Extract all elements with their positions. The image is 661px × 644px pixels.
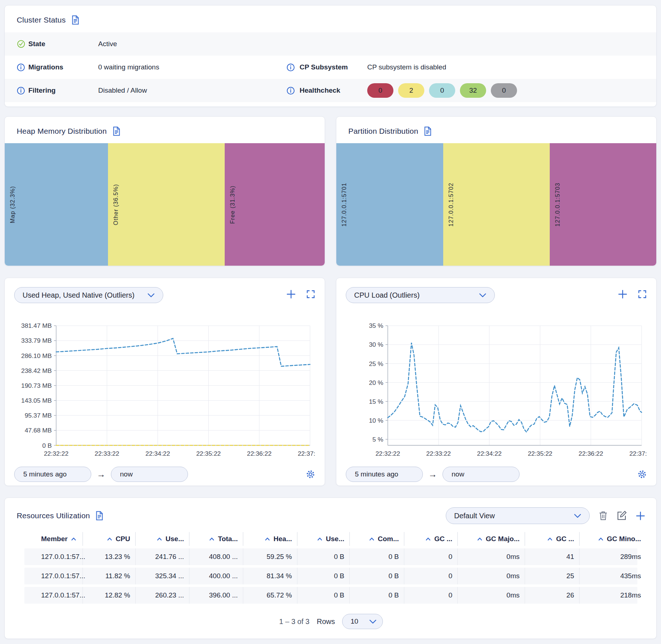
status-value: 020320 [367,83,656,98]
gear-icon[interactable] [306,470,315,479]
status-value: Disabled / Allow [98,86,287,94]
column-header-label: Use... [326,535,344,543]
add-chart-icon[interactable] [618,289,628,299]
rows-per-page-label: Rows [317,617,335,626]
cluster-status-header: Cluster Status [5,5,656,32]
column-header-2[interactable]: Use... [136,532,189,546]
chevron-down-icon [147,293,155,298]
cpu-load-chart[interactable]: 35 %30 %25 %20 %15 %10 %5 %22:32:2222:33… [346,322,647,460]
used-heap-chart[interactable]: 381.47 MB333.79 MB286.10 MB238.42 MB190.… [14,322,315,460]
value-cell: 0 [404,587,458,604]
value-cell: 81.34 % [243,568,297,584]
fullscreen-icon[interactable] [306,290,315,299]
column-header-3[interactable]: Tota... [189,532,243,546]
column-header-label: Com... [378,535,399,543]
distribution-segment[interactable]: 127.0.0.1:5703 [550,143,656,266]
svg-text:22:36:22: 22:36:22 [247,450,272,457]
distribution-segment[interactable]: Map (32.3%) [5,143,108,266]
document-icon[interactable] [424,126,432,136]
heap-memory-distribution-panel: Heap Memory Distribution Map (32.3%)Othe… [4,116,325,266]
column-header-9[interactable]: GC ... [525,532,580,546]
pagination-range: 1 – 3 of 3 [279,617,309,626]
view-selector-dropdown[interactable]: Default View [446,507,590,524]
svg-text:25 %: 25 % [369,360,384,367]
status-label: Filtering [28,86,98,94]
column-header-member[interactable]: Member [24,532,83,546]
table-row[interactable]: 127.0.0.1:57...13.23 %241.76 ...408.00 .… [24,548,637,565]
svg-text:286.10 MB: 286.10 MB [21,352,52,359]
metric-selector-dropdown[interactable]: Used Heap, Used Native (Outliers) [14,287,163,303]
value-cell: 0ms [458,568,525,584]
value-cell: 0 [404,548,458,565]
distribution-segment[interactable]: Other (36.5%) [108,143,225,266]
heap-distribution-title: Heap Memory Distribution [17,127,107,136]
svg-text:22:32:22: 22:32:22 [376,450,400,457]
column-header-4[interactable]: Hea... [243,532,297,546]
delete-view-icon[interactable] [598,511,608,521]
fullscreen-icon[interactable] [638,290,647,299]
table-row[interactable]: 127.0.0.1:57...11.82 %325.34 ...400.00 .… [24,568,637,584]
segment-label: 127.0.0.1:5703 [554,182,561,226]
document-icon[interactable] [95,511,104,520]
metric-selector-label: Used Heap, Used Native (Outliers) [23,291,135,299]
distribution-row: Heap Memory Distribution Map (32.3%)Othe… [4,116,657,266]
member-cell: 127.0.0.1:57... [24,568,83,584]
value-cell: 13.23 % [83,548,136,565]
column-header-8[interactable]: GC Majo... [458,532,525,546]
time-to-input[interactable]: now [442,467,520,482]
heap-distribution-header: Heap Memory Distribution [5,117,325,143]
gear-icon[interactable] [637,470,647,479]
status-label: Healthcheck [300,86,367,94]
add-chart-icon[interactable] [286,289,296,299]
value-cell: 0 [404,568,458,584]
column-header-1[interactable]: CPU [83,532,136,546]
status-value: Active [98,40,287,48]
value-cell: 408.00 ... [189,548,243,565]
arrow-right-icon: → [428,469,437,479]
document-icon[interactable] [112,126,121,136]
distribution-segment[interactable]: Free (31.3%) [225,143,325,266]
svg-text:35 %: 35 % [369,322,384,329]
svg-text:333.79 MB: 333.79 MB [21,337,52,344]
document-icon[interactable] [71,15,80,25]
column-header-label: Hea... [273,535,292,543]
column-header-label: GC ... [556,535,574,543]
column-header-5[interactable]: Use... [297,532,350,546]
add-view-icon[interactable] [636,511,645,521]
chart-toolbar: Used Heap, Used Native (Outliers) [14,287,315,303]
sort-caret-icon [209,537,215,541]
sort-caret-icon [369,537,374,541]
status-label: Migrations [28,63,98,71]
time-from-input[interactable]: 5 minutes ago [346,467,423,482]
metric-selector-label: CPU Load (Outliers) [354,291,420,299]
column-header-7[interactable]: GC ... [404,532,458,546]
resources-title: Resources Utilization [17,511,90,520]
segment-label: 127.0.0.1:5701 [341,182,348,226]
distribution-segment[interactable]: 127.0.0.1:5701 [336,143,443,266]
resources-utilization-panel: Resources Utilization Default View Membe… [4,498,657,639]
edit-view-icon[interactable] [617,511,627,521]
value-cell: 0 B [350,568,404,584]
rows-per-page-dropdown[interactable]: 10 [342,614,383,629]
svg-text:143.05 MB: 143.05 MB [21,397,52,404]
value-cell: 0ms [458,548,525,565]
value-cell: 0 B [297,548,350,565]
segment-label: Map (32.3%) [9,186,16,223]
time-to-input[interactable]: now [111,467,188,482]
table-row[interactable]: 127.0.0.1:57...12.82 %260.23 ...396.00 .… [24,587,637,604]
column-header-6[interactable]: Com... [350,532,404,546]
value-cell: 12.82 % [83,587,136,604]
svg-text:22:35:22: 22:35:22 [528,450,553,457]
info-circle-icon [287,86,300,95]
status-label: CP Subsystem [300,63,367,71]
column-header-10[interactable]: GC Mino... [580,532,646,546]
sort-caret-icon [157,537,162,541]
cluster-status-panel: Cluster Status StateActiveMigrations0 wa… [4,5,657,107]
metric-selector-dropdown[interactable]: CPU Load (Outliers) [346,287,495,303]
time-from-input[interactable]: 5 minutes ago [14,467,91,482]
segment-label: Other (36.5%) [113,184,119,225]
svg-text:15 %: 15 % [369,398,384,405]
arrow-right-icon: → [97,469,105,479]
svg-text:22:32:22: 22:32:22 [44,450,69,457]
distribution-segment[interactable]: 127.0.0.1:5702 [443,143,550,266]
